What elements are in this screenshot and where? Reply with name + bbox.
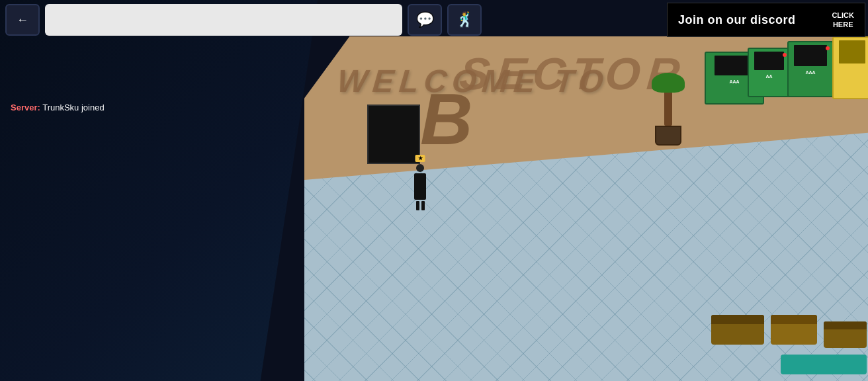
sofa-back (824, 321, 867, 329)
palm-pot (655, 126, 681, 146)
player-legs (413, 201, 427, 210)
sofa-2 (771, 315, 817, 345)
kiosk-indicator (826, 46, 830, 50)
server-message: Server: TrunkSku joined (11, 103, 105, 112)
chat-button[interactable]: 💬 (408, 4, 442, 36)
sector-b-label: B (420, 83, 472, 155)
player-head (416, 164, 424, 172)
teal-mat (781, 355, 867, 374)
door (367, 105, 420, 164)
kiosk-3[interactable]: AAA (787, 41, 834, 97)
sofa-3 (824, 321, 867, 348)
sofa-back (771, 315, 817, 324)
player-character: ★ (413, 164, 427, 200)
emote-icon: 🕺 (456, 11, 474, 28)
server-label: Server: (11, 103, 40, 112)
click-here-button[interactable]: CLICKHERE (832, 11, 854, 30)
palm-trunk (664, 89, 672, 126)
search-input[interactable] (45, 4, 402, 36)
player-body (414, 173, 426, 200)
kiosk-screen (794, 45, 827, 66)
server-message-text: TrunkSku joined (42, 103, 104, 112)
kiosk-label: AA (749, 73, 789, 79)
kiosk-2[interactable]: AA (748, 48, 791, 97)
player-leg-left (416, 201, 419, 210)
sofa-back (711, 315, 764, 324)
palm-tree (652, 73, 685, 146)
player-leg-right (421, 201, 425, 210)
discord-banner[interactable]: Join on our discord CLICKHERE (667, 3, 865, 37)
kiosk-indicator (783, 53, 787, 57)
sofa-1 (711, 315, 764, 345)
back-arrow-icon: ← (17, 13, 28, 27)
player-nametag: ★ (415, 155, 425, 162)
discord-join-text: Join on our discord (678, 13, 796, 27)
kiosk-label: AAA (789, 69, 832, 75)
back-button[interactable]: ← (5, 4, 40, 36)
chat-icon: 💬 (416, 11, 434, 28)
kiosk-4[interactable] (832, 36, 868, 99)
kiosk-screen (754, 52, 784, 70)
kiosk-screen (839, 40, 865, 64)
emote-button[interactable]: 🕺 (447, 4, 482, 36)
palm-leaves (652, 73, 685, 93)
